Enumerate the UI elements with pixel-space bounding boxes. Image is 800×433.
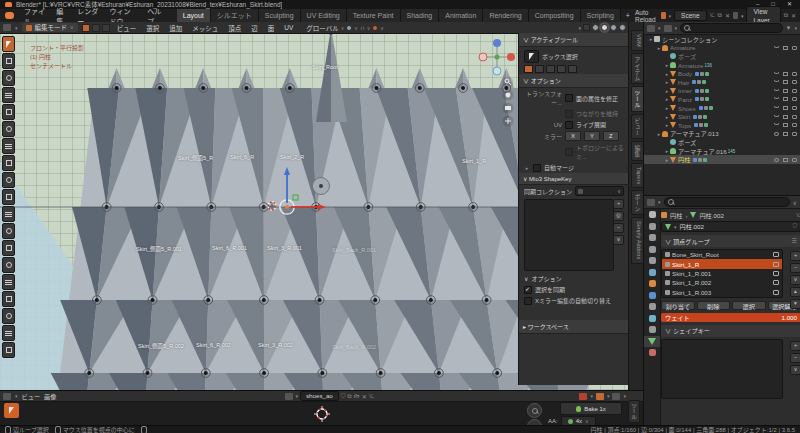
uv-menu[interactable]: UV [281, 24, 296, 31]
workspace-tab-animation[interactable]: Animation [439, 9, 483, 22]
disable-render-icon[interactable] [792, 72, 797, 76]
ie-brush-icon[interactable] [596, 393, 604, 400]
3d-viewport[interactable]: フロント・平行投影 (1) 円柱 センチメートル Skirt_RootSkirt… [0, 22, 643, 390]
vertex-group-row[interactable]: Skirt_1_R.002 [662, 278, 782, 287]
view-menu[interactable]: ビュー [114, 23, 140, 33]
copy-image-icon[interactable]: ⧉ [347, 393, 351, 400]
lock-icon[interactable] [773, 252, 779, 257]
inset-faces-tool-button[interactable] [2, 206, 15, 222]
vertex-select-button[interactable] [82, 24, 90, 32]
select-button[interactable]: 選択 [732, 301, 766, 310]
outliner-row-Armature[interactable]: ▸Armature [644, 44, 800, 53]
workspace-tab-scripting[interactable]: Scripting [581, 9, 621, 22]
outliner-row-Inner[interactable]: ▸Inner [644, 87, 800, 96]
disable-viewport-icon[interactable] [783, 72, 788, 76]
hide-eye-closed-icon[interactable] [774, 80, 779, 82]
shapekey-sync-list[interactable] [524, 199, 614, 271]
workspace-tab-shading[interactable]: Shading [401, 9, 440, 22]
shapekey-specials-button[interactable]: ∨ [790, 365, 800, 375]
outliner-row-Panz[interactable]: ▸Panz [644, 95, 800, 104]
add-menu[interactable]: 追加 [166, 23, 185, 33]
properties-tab-tool[interactable] [644, 209, 660, 221]
xray-toggle-icon[interactable] [583, 24, 590, 31]
properties-tab-render[interactable] [644, 221, 660, 233]
properties-tab-data[interactable] [644, 336, 660, 348]
options-panel-header[interactable]: ∨ オプション [519, 74, 629, 88]
outliner-row-Shoes[interactable]: ▸Shoes [644, 104, 800, 113]
disable-render-icon[interactable] [792, 158, 797, 162]
select-extend-icon[interactable] [535, 65, 544, 73]
disable-render-icon[interactable] [792, 132, 797, 136]
mesh-datablock-field[interactable]: ▾ 円柱.002 ⛉ [661, 221, 800, 232]
blender-menu-icon[interactable] [5, 12, 14, 19]
outliner-row-シーンコレクション[interactable]: ▸シーンコレクション [644, 35, 800, 44]
pivot-icon[interactable] [346, 25, 352, 31]
loop-cut-tool-button[interactable] [2, 240, 15, 256]
remove-layer-icon[interactable]: ✕ [791, 12, 796, 19]
live-unwrap-checkbox[interactable] [565, 121, 573, 129]
n-panel-tab-ツール[interactable]: ツール [631, 86, 643, 111]
edge-slide-tool-button[interactable] [2, 325, 15, 341]
proportional-edit-icon[interactable] [372, 25, 378, 31]
n-panel-tab-vrm[interactable]: VRM [631, 30, 643, 51]
scale-tool-button[interactable] [2, 104, 15, 120]
mirror-x-button[interactable]: X [565, 131, 581, 141]
hide-eye-closed-icon[interactable] [774, 115, 779, 117]
pin-id-icon[interactable]: ⟈ [796, 212, 800, 219]
pin-image-icon[interactable]: ⟈ [369, 393, 374, 400]
image-name-field[interactable]: shoes_ao [300, 391, 339, 401]
fake-user-shield-icon[interactable]: ⛉ [792, 223, 797, 230]
fake-user-icon[interactable]: ⛉ [341, 393, 346, 400]
ie-zoom-button[interactable] [527, 403, 542, 418]
outliner-row-ポーズ[interactable]: ポーズ [644, 138, 800, 147]
snap-magnet-icon[interactable]: ∩ [360, 24, 365, 31]
mirror-z-button[interactable]: Z [603, 131, 619, 141]
outliner-row-円柱[interactable]: ▸円柱 [644, 155, 800, 164]
vertex-group-row[interactable]: Skirt_1_R [662, 259, 782, 268]
shapekey-add-button[interactable]: + [790, 341, 800, 351]
n-panel-tab-編集[interactable]: 編集 [631, 141, 643, 161]
edge-select-button[interactable] [92, 24, 100, 32]
properties-tab-particles[interactable] [644, 301, 660, 313]
ie-tool-tab[interactable]: ツール [628, 400, 640, 423]
outliner-type-icon[interactable] [647, 25, 655, 32]
disable-render-icon[interactable] [792, 97, 797, 101]
outliner-row-Body[interactable]: ▸Body [644, 69, 800, 78]
outliner-row-Tops[interactable]: ▸Tops [644, 121, 800, 130]
orientation-dropdown[interactable]: グローバル [306, 23, 338, 33]
scene-selector[interactable]: Scene [674, 10, 706, 21]
outliner-search-input[interactable] [680, 23, 783, 33]
outliner-display-icon[interactable] [664, 25, 672, 32]
add-cube-tool-button[interactable] [2, 172, 15, 188]
outliner-row-Armature[interactable]: ▸Armature136 [644, 61, 800, 70]
disable-viewport-icon[interactable] [783, 132, 788, 136]
transform-tool-button[interactable] [2, 121, 15, 137]
hide-eye-closed-icon[interactable] [774, 123, 779, 125]
open-image-icon[interactable]: 🗁 [354, 393, 360, 399]
shapekey-remove-button[interactable]: − [790, 353, 800, 363]
unlink-scene-icon[interactable]: ✕ [725, 12, 730, 19]
properties-tab-material[interactable] [644, 347, 660, 359]
ie-view-menu[interactable]: ビュー [22, 392, 41, 401]
rendered-shading-icon[interactable] [619, 24, 626, 31]
shape-keys-panel-header[interactable]: ∨ シェイプキー [661, 325, 800, 337]
vgroup-move-down-button[interactable]: ▾ [790, 299, 800, 309]
vgroup-add-button[interactable]: + [790, 251, 800, 261]
n-panel-tab-ビュー[interactable]: ビュー [631, 114, 643, 139]
vgroup-move-up-button[interactable]: ▴ [790, 287, 800, 297]
pin-icon[interactable]: ⟈ [710, 12, 715, 19]
hide-eye-open-icon[interactable] [774, 158, 779, 162]
rotate-tool-button[interactable] [2, 87, 15, 103]
disable-render-icon[interactable] [792, 123, 797, 127]
properties-search-input[interactable] [664, 197, 790, 207]
outliner-row-アーマチュア.013[interactable]: ▸アーマチュア.013 [644, 130, 800, 139]
disable-viewport-icon[interactable] [783, 123, 788, 127]
disable-viewport-icon[interactable] [783, 106, 788, 110]
assign-button[interactable]: 割り当て [661, 301, 695, 310]
vgroup-remove-button[interactable]: − [790, 263, 800, 273]
editor-type-icon[interactable] [3, 24, 11, 31]
hide-eye-closed-icon[interactable] [774, 97, 779, 99]
hide-eye-closed-icon[interactable] [774, 46, 779, 48]
image-editor[interactable]: ▾ ビュー 画像 ▾ shoes_ao ⛉ ⧉ 🗁 ✕ ⟈ ▾ ▾ ▾ [0, 390, 643, 425]
ie-gizmo-icon[interactable] [612, 393, 620, 400]
